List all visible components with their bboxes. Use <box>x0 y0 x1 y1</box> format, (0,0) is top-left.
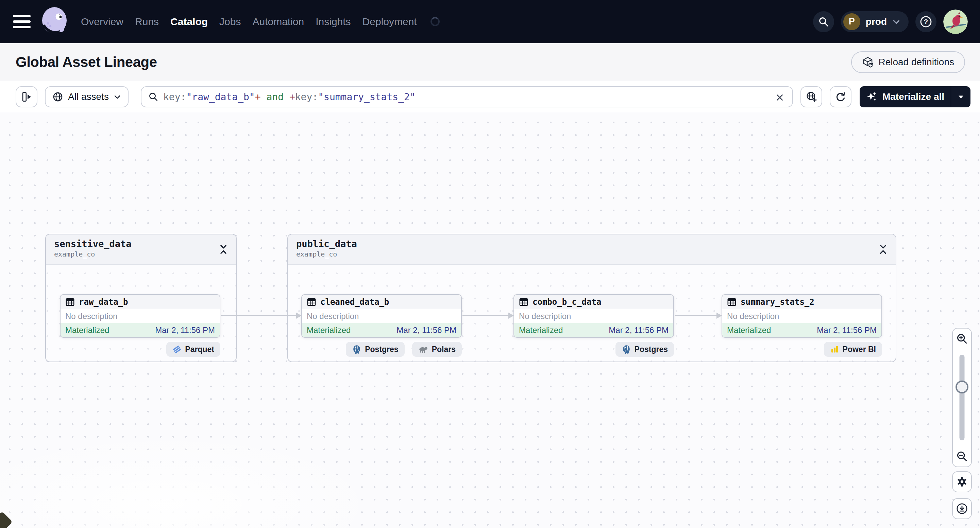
nav-jobs[interactable]: Jobs <box>220 16 241 27</box>
chevron-down-icon <box>114 93 121 101</box>
lineage-edge <box>221 315 296 316</box>
asset-tags-summary-stats-2: Power BI <box>722 342 882 357</box>
asset-description: No description <box>60 309 220 323</box>
asset-name: combo_b_c_data <box>533 297 601 307</box>
filter-scope-button[interactable] <box>800 86 822 107</box>
collapse-group-button[interactable] <box>218 243 230 255</box>
group-header[interactable]: public_data example_co <box>288 235 896 265</box>
status-badge: Materialized <box>519 325 563 335</box>
search-icon <box>818 16 829 27</box>
dagster-logo-icon[interactable] <box>39 5 71 37</box>
materialization-timestamp[interactable]: Mar 2, 11:56 PM <box>155 325 215 335</box>
status-badge: Materialized <box>307 325 351 335</box>
zoom-panel <box>952 328 972 467</box>
asset-scope-dropdown[interactable]: All assets <box>45 86 129 107</box>
zoom-slider-track[interactable] <box>959 355 965 440</box>
search-button[interactable] <box>813 11 834 32</box>
asset-node-header: summary_stats_2 <box>722 295 881 309</box>
asset-node-header: cleaned_data_b <box>302 295 461 309</box>
refresh-icon <box>835 91 846 103</box>
group-header[interactable]: sensitive_data example_co <box>46 235 236 265</box>
asset-node-combo-b-c-data[interactable]: combo_b_c_data No description Materializ… <box>514 294 674 338</box>
search-query-text: key:"raw_data_b"+ and +key:"summary_stat… <box>163 91 415 103</box>
tag-label: Parquet <box>185 345 214 354</box>
asset-node-cleaned-data-b[interactable]: cleaned_data_b No description Materializ… <box>301 294 462 338</box>
nav-overview[interactable]: Overview <box>81 16 123 27</box>
lineage-toolbar: All assets key:"raw_data_b"+ and +key:"s… <box>0 82 980 112</box>
nav-runs[interactable]: Runs <box>135 16 159 27</box>
help-icon: ? <box>920 15 932 28</box>
zoom-in-button[interactable] <box>953 328 971 349</box>
loading-spinner-icon <box>431 17 440 26</box>
help-button[interactable]: ? <box>915 11 937 32</box>
zoom-slider-handle[interactable] <box>956 381 969 393</box>
collapse-group-button[interactable] <box>877 243 889 255</box>
asset-name: summary_stats_2 <box>741 297 815 307</box>
globe-add-icon <box>805 91 818 103</box>
zoom-out-icon <box>956 450 968 462</box>
materialization-timestamp[interactable]: Mar 2, 11:56 PM <box>609 325 668 335</box>
postgres-icon <box>352 344 361 354</box>
tag-postgres[interactable]: Postgres <box>346 342 404 357</box>
graph-settings-button[interactable] <box>952 471 972 492</box>
lineage-canvas[interactable]: sensitive_data example_co public_data ex… <box>0 112 980 528</box>
deployment-switcher[interactable]: P prod <box>841 11 908 32</box>
asset-node-summary-stats-2[interactable]: summary_stats_2 No description Materiali… <box>722 294 882 338</box>
group-name: public_data <box>296 238 896 249</box>
group-location: example_co <box>296 250 896 258</box>
materialize-all-button[interactable]: Materialize all <box>860 86 951 107</box>
lineage-edge <box>463 315 509 316</box>
polars-icon <box>418 345 428 354</box>
asset-status-row: Materialized Mar 2, 11:56 PM <box>60 323 220 337</box>
materialize-options-button[interactable] <box>951 86 970 107</box>
settings-icon <box>956 476 968 488</box>
tag-polars[interactable]: Polars <box>412 342 462 357</box>
chevron-down-icon <box>892 17 900 26</box>
group-location: example_co <box>54 250 236 258</box>
asset-status-row: Materialized Mar 2, 11:56 PM <box>722 323 881 337</box>
nav-catalog[interactable]: Catalog <box>170 16 208 27</box>
asset-search-input[interactable]: key:"raw_data_b"+ and +key:"summary_stat… <box>141 86 793 107</box>
open-sidebar-button[interactable] <box>16 86 37 107</box>
user-avatar[interactable] <box>943 10 968 34</box>
clear-search-button[interactable] <box>775 91 787 104</box>
sparkle-icon <box>866 91 878 103</box>
zoom-out-button[interactable] <box>953 446 971 466</box>
panel-expand-icon <box>21 91 32 103</box>
asset-name: cleaned_data_b <box>320 297 389 307</box>
asset-node-raw-data-b[interactable]: raw_data_b No description Materialized M… <box>60 294 220 338</box>
nav-right-cluster: P prod ? <box>813 0 968 43</box>
asset-status-row: Materialized Mar 2, 11:56 PM <box>514 323 673 337</box>
menu-icon[interactable] <box>13 15 30 29</box>
nav-deployment[interactable]: Deployment <box>363 16 417 27</box>
tag-postgres[interactable]: Postgres <box>616 342 674 357</box>
materialize-all-split-button: Materialize all <box>860 86 970 107</box>
refresh-button[interactable] <box>830 86 851 107</box>
deployment-avatar: P <box>843 13 860 30</box>
canvas-glow <box>0 431 388 528</box>
nav-insights[interactable]: Insights <box>315 16 351 27</box>
collapse-vertical-icon <box>218 244 229 255</box>
global-asset-lineage-page: Overview Runs Catalog Jobs Automation In… <box>0 0 980 528</box>
materialize-all-label: Materialize all <box>882 91 944 102</box>
svg-text:?: ? <box>924 18 928 25</box>
asset-node-header: raw_data_b <box>60 295 220 309</box>
zoom-slider <box>953 349 971 446</box>
page-header: Global Asset Lineage Reload definitions <box>0 43 980 81</box>
tag-label: Power BI <box>843 345 876 354</box>
page-title: Global Asset Lineage <box>16 54 157 70</box>
tag-power-bi[interactable]: Power BI <box>824 342 882 357</box>
tag-parquet[interactable]: Parquet <box>166 342 220 357</box>
download-icon <box>956 503 968 514</box>
asset-tags-combo-b-c-data: Postgres <box>514 342 674 357</box>
top-nav: Overview Runs Catalog Jobs Automation In… <box>0 0 980 43</box>
download-graph-button[interactable] <box>952 498 972 519</box>
asset-description: No description <box>302 309 461 323</box>
reload-definitions-button[interactable]: Reload definitions <box>851 51 965 73</box>
materialization-timestamp[interactable]: Mar 2, 11:56 PM <box>396 325 457 335</box>
materialization-timestamp[interactable]: Mar 2, 11:56 PM <box>817 325 877 335</box>
asset-scope-label: All assets <box>68 91 109 102</box>
search-icon <box>148 92 159 102</box>
nav-links: Overview Runs Catalog Jobs Automation In… <box>81 0 440 43</box>
nav-automation[interactable]: Automation <box>252 16 304 27</box>
